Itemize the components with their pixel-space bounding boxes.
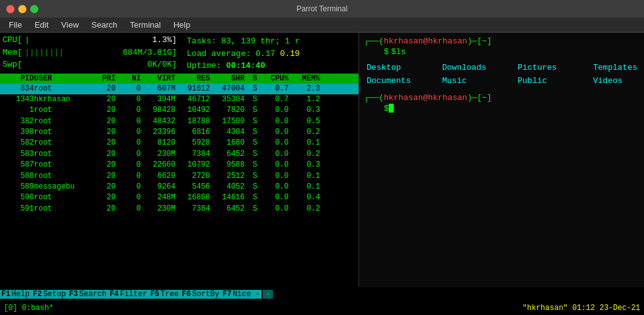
terminal-cmd-1: $$ls [364, 47, 639, 57]
table-row[interactable]: 588 root 20 0 6620 2720 2512 S 0.0 0.1 [0, 171, 358, 182]
status-left: [0] 0:bash* [4, 304, 53, 312]
function-keys-bar: F1HelpF2SetupF3SearchF4FilterF5TreeF6Sor… [0, 287, 644, 301]
table-row[interactable]: 1343 hkrhasan 20 0 394M 46712 35304 S 0.… [0, 94, 358, 105]
minimize-button[interactable] [18, 5, 26, 13]
menu-help[interactable]: Help [169, 19, 196, 31]
table-row[interactable]: 1 root 20 0 98428 10492 7820 S 0.0 0.3 [0, 105, 358, 116]
fn-key-f4[interactable]: F4Filter [108, 290, 149, 299]
fn-key-f1[interactable]: F1Help [0, 290, 31, 299]
prompt1-user: hkrhasan [384, 36, 423, 46]
menu-file[interactable]: File [4, 19, 27, 31]
ls-row-1: Desktop Downloads Pictures Templates [364, 62, 639, 75]
fn-key-f6[interactable]: F6SortBy [180, 290, 221, 299]
system-stats: CPU[| 1.3%] Mem[||||||||684M/3.81G] Swp[… [0, 33, 358, 74]
ls-row-2: Documents Music Public Videos [364, 75, 639, 88]
main-content: CPU[| 1.3%] Mem[||||||||684M/3.81G] Swp[… [0, 33, 644, 287]
table-row[interactable]: 589 messagebu 20 0 9264 5456 4052 S 0.0 … [0, 182, 358, 192]
ls-output: Desktop Downloads Pictures Templates Doc… [364, 60, 639, 89]
mem-label: Mem[ [3, 47, 22, 59]
process-list: 834 root 20 0 607M 91612 47004 S 0.7 2.3… [0, 84, 358, 215]
table-row[interactable]: 398 root 20 0 23396 6816 4304 S 0.0 0.2 [0, 127, 358, 138]
cpu-bar: | [25, 34, 30, 47]
prompt1-host: hkrhasan [428, 36, 467, 46]
fn-key-f5[interactable]: F5Tree [149, 290, 180, 299]
table-header: PID USER PRI NI VIRT RES SHR S CPU% MEM% [0, 74, 358, 84]
htop-pane[interactable]: CPU[| 1.3%] Mem[||||||||684M/3.81G] Swp[… [0, 33, 358, 287]
mem-bar: |||||||| [25, 47, 64, 59]
terminal-cmd-2: $ [364, 104, 639, 113]
swp-label: Swp[ [3, 58, 22, 71]
menu-bar: File Edit View Search Terminal Help [0, 18, 644, 33]
fn-keys: F1HelpF2SetupF3SearchF4FilterF5TreeF6Sor… [0, 290, 262, 299]
window-controls [0, 5, 38, 13]
fn-key-f3[interactable]: F3Search [68, 290, 109, 299]
prompt2-host: hkrhasan [428, 93, 467, 102]
table-row[interactable]: 834 root 20 0 607M 91612 47004 S 0.7 2.3 [0, 84, 358, 94]
cpu-value: 1.3%] [32, 34, 177, 47]
window-title: Parrot Terminal [296, 4, 347, 13]
menu-view[interactable]: View [56, 19, 84, 31]
maximize-button[interactable] [30, 5, 38, 13]
terminal-pane[interactable]: ┌──(hkrhasan@hkrhasan)─[~] $$ls Desktop … [358, 33, 644, 287]
close-button[interactable] [6, 5, 14, 13]
terminal-prompt-1: ┌──(hkrhasan@hkrhasan)─[~] [364, 36, 639, 46]
table-row[interactable]: 582 root 20 0 8120 5928 1680 S 0.0 0.1 [0, 138, 358, 148]
fn-extra: - [263, 290, 272, 299]
menu-edit[interactable]: Edit [30, 19, 53, 31]
table-row[interactable]: 590 root 20 0 248M 16868 14616 S 0.0 0.4 [0, 192, 358, 203]
title-bar: Parrot Terminal [0, 0, 644, 18]
uptime-line: Uptime: 00:14:40 [187, 60, 356, 72]
process-table: PID USER PRI NI VIRT RES SHR S CPU% MEM%… [0, 74, 358, 288]
tasks-line: Tasks: 83, 139 thr; 1 r [187, 35, 356, 48]
terminal-prompt-2: ┌──(hkrhasan@hkrhasan)─[~] [364, 93, 639, 102]
table-row[interactable]: 591 root 20 0 230M 7384 6452 S 0.0 0.2 [0, 204, 358, 214]
mem-value: 684M/3.81G] [67, 47, 177, 59]
menu-search[interactable]: Search [86, 19, 122, 31]
cursor [389, 104, 394, 113]
status-right: "hkrhasan" 01:12 23-Dec-21 [523, 304, 640, 312]
fn-key-f2[interactable]: F2Setup [31, 290, 67, 299]
swp-value: 0K/0K] [25, 58, 177, 71]
load-line: Load average: 0.17 0.19 [187, 48, 356, 60]
table-row[interactable]: 583 root 20 0 230M 7384 6452 S 0.0 0.2 [0, 149, 358, 160]
table-row[interactable]: 382 root 20 0 48432 18780 17500 S 0.0 0.… [0, 116, 358, 127]
cpu-label: CPU[ [3, 34, 22, 47]
fn-key-f7[interactable]: F7Nice - [221, 290, 262, 299]
info-bar: [0] 0:bash* "hkrhasan" 01:12 23-Dec-21 [0, 301, 644, 315]
prompt2-user: hkrhasan [384, 93, 423, 102]
table-row[interactable]: 587 root 20 0 22660 10792 9588 S 0.0 0.3 [0, 160, 358, 170]
menu-terminal[interactable]: Terminal [125, 19, 166, 31]
